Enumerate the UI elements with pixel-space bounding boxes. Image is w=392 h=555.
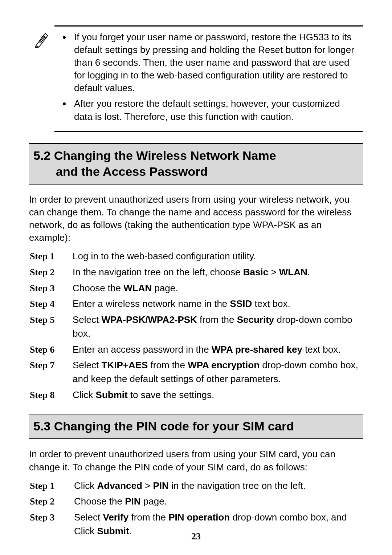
step-row: Step 7Select TKIP+AES from the WPA encry… bbox=[29, 357, 363, 387]
step-label: Step 6 bbox=[29, 342, 71, 358]
heading-line: and the Access Password bbox=[33, 163, 359, 179]
note-bullet: If you forget your user name or password… bbox=[71, 31, 361, 94]
step-text: Enter an access password in the WPA pre-… bbox=[71, 342, 363, 358]
heading-line: 5.3 Changing the PIN code for your SIM c… bbox=[33, 419, 294, 433]
section-heading-5-3: 5.3 Changing the PIN code for your SIM c… bbox=[29, 414, 363, 439]
step-label: Step 1 bbox=[29, 478, 73, 494]
section-5-3-steps: Step 1Click Advanced > PIN in the naviga… bbox=[29, 478, 363, 539]
step-row: Step 1Click Advanced > PIN in the naviga… bbox=[29, 478, 363, 494]
note-bullet-list: If you forget your user name or password… bbox=[57, 31, 361, 123]
step-label: Step 7 bbox=[29, 357, 71, 387]
step-row: Step 2In the navigation tree on the left… bbox=[29, 264, 363, 280]
step-label: Step 2 bbox=[29, 264, 71, 280]
step-text: Select TKIP+AES from the WPA encryption … bbox=[71, 357, 363, 387]
section-5-3-intro: In order to prevent unauthorized users f… bbox=[29, 448, 363, 473]
step-text: Choose the WLAN page. bbox=[71, 280, 363, 296]
step-text: Log in to the web-based configuration ut… bbox=[71, 248, 363, 264]
step-row: Step 6Enter an access password in the WP… bbox=[29, 342, 363, 358]
step-text: In the navigation tree on the left, choo… bbox=[71, 264, 363, 280]
note-pen-icon bbox=[29, 25, 54, 50]
step-label: Step 2 bbox=[29, 494, 73, 510]
step-text: Choose the PIN page. bbox=[73, 494, 363, 510]
heading-line: 5.2 Changing the Wireless Network Name bbox=[33, 149, 276, 162]
note-box: If you forget your user name or password… bbox=[29, 25, 363, 132]
page-number: 23 bbox=[0, 531, 392, 542]
step-text: Click Submit to save the settings. bbox=[71, 387, 363, 403]
step-row: Step 4Enter a wireless network name in t… bbox=[29, 296, 363, 312]
step-text: Enter a wireless network name in the SSI… bbox=[71, 296, 363, 312]
step-row: Step 3Choose the WLAN page. bbox=[29, 280, 363, 296]
section-5-2-steps: Step 1Log in to the web-based configurat… bbox=[29, 248, 363, 403]
step-label: Step 8 bbox=[29, 387, 71, 403]
note-bullet: After you restore the default settings, … bbox=[71, 97, 361, 123]
step-row: Step 5Select WPA-PSK/WPA2-PSK from the S… bbox=[29, 312, 363, 341]
page: If you forget your user name or password… bbox=[0, 0, 392, 555]
step-row: Step 8Click Submit to save the settings. bbox=[29, 387, 363, 403]
section-5-2-intro: In order to prevent unauthorized users f… bbox=[29, 193, 363, 244]
step-label: Step 3 bbox=[29, 280, 71, 296]
step-label: Step 5 bbox=[29, 312, 71, 341]
step-row: Step 2Choose the PIN page. bbox=[29, 494, 363, 510]
section-heading-5-2: 5.2 Changing the Wireless Network Name a… bbox=[29, 143, 363, 185]
step-text: Click Advanced > PIN in the navigation t… bbox=[73, 478, 363, 494]
step-row: Step 1Log in to the web-based configurat… bbox=[29, 248, 363, 264]
note-content: If you forget your user name or password… bbox=[54, 25, 363, 132]
step-label: Step 1 bbox=[29, 248, 71, 264]
step-label: Step 4 bbox=[29, 296, 71, 312]
step-text: Select WPA-PSK/WPA2-PSK from the Securit… bbox=[71, 312, 363, 341]
